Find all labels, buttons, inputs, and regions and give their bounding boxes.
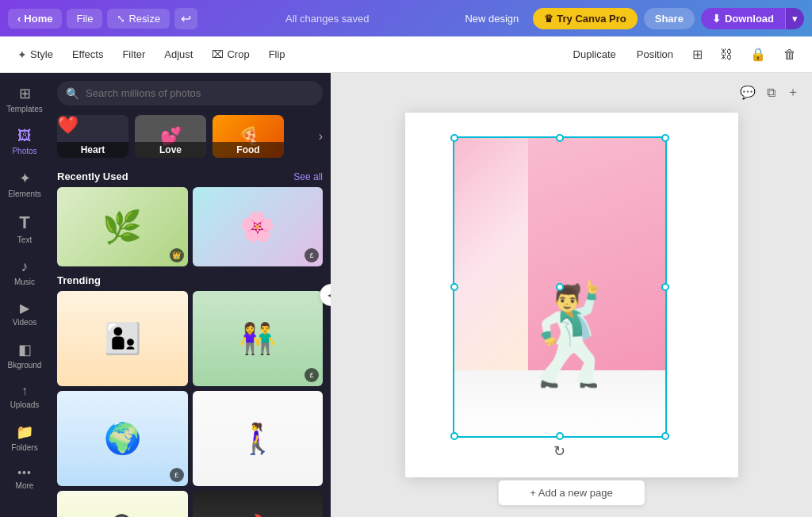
- position-label: Position: [637, 48, 673, 60]
- lock-button[interactable]: 🔒: [744, 42, 772, 67]
- recent-photo-leaf[interactable]: 🌿 👑: [57, 187, 188, 266]
- trending-header: Trending: [57, 274, 323, 286]
- trending-photo-fire[interactable]: 🔥: [193, 491, 324, 517]
- canvas-wrapper: 🕺 ↻: [405, 113, 738, 477]
- trending-photo-woman[interactable]: 🚶‍♀️: [193, 391, 324, 486]
- copy-icon: ⧉: [767, 86, 776, 99]
- top-bar-right: New design ♛ Try Canva Pro Share ⬇ Downl…: [457, 8, 804, 29]
- search-input[interactable]: [57, 81, 323, 105]
- download-more-button[interactable]: ▾: [785, 8, 804, 29]
- category-pill-love[interactable]: 💕 Love: [135, 115, 206, 158]
- sidebar-item-videos[interactable]: ▶ Videos: [0, 294, 49, 333]
- canvas-area: 💬 ⧉ ＋ 🕺: [331, 73, 812, 517]
- link-icon: ⛓: [720, 48, 733, 61]
- canvas-comment-button[interactable]: 💬: [737, 81, 759, 104]
- hide-icon: ◀: [327, 289, 331, 301]
- category-pill-heart[interactable]: ❤️ Heart: [57, 115, 128, 158]
- home-button[interactable]: ‹ Home: [8, 9, 62, 29]
- trending-photo-globe[interactable]: 🌍 £: [57, 391, 188, 486]
- handle-top-right[interactable]: [661, 134, 669, 142]
- category-label: Love: [135, 142, 206, 158]
- file-label: File: [76, 13, 93, 25]
- canvas-copy-button[interactable]: ⧉: [764, 81, 779, 104]
- rotate-icon: ↻: [553, 443, 565, 459]
- handle-inner[interactable]: [556, 283, 564, 291]
- recently-used-header: Recently Used See all: [57, 170, 323, 182]
- sidebar-item-photos[interactable]: 🖼 Photos: [0, 121, 49, 162]
- panel-content: Recently Used See all 🌿 👑 🌸 £ Trending: [49, 163, 331, 517]
- sidebar-item-label: Templates: [6, 105, 43, 113]
- style-button[interactable]: ✦ Style: [10, 44, 61, 66]
- trending-photo-kitchen[interactable]: 🍳: [57, 491, 188, 517]
- globe-image: 🌍: [57, 391, 188, 486]
- resize-button[interactable]: ⤡ Resize: [107, 9, 170, 29]
- delete-button[interactable]: 🗑: [777, 43, 802, 67]
- uploads-icon: ↑: [21, 384, 28, 398]
- handle-mid-right[interactable]: [661, 283, 669, 291]
- style-icon: ✦: [17, 48, 27, 61]
- canvas-add-button[interactable]: ＋: [783, 81, 802, 104]
- flowers-image: 🌸: [193, 187, 324, 266]
- text-icon: T: [19, 213, 29, 233]
- category-pill-food[interactable]: 🍕 Food: [213, 115, 284, 158]
- canvas-top-icons: 💬 ⧉ ＋: [737, 81, 802, 104]
- grid-button[interactable]: ⊞: [686, 42, 709, 67]
- category-scroll-right[interactable]: ›: [319, 129, 323, 144]
- photos-icon: 🖼: [17, 128, 32, 144]
- rotate-handle[interactable]: ↻: [553, 442, 565, 460]
- selected-image-container[interactable]: 🕺 ↻: [453, 136, 667, 438]
- position-button[interactable]: Position: [629, 44, 681, 65]
- recent-photo-flowers[interactable]: 🌸 £: [193, 187, 324, 266]
- download-label: Download: [725, 13, 774, 25]
- sidebar-item-label: Folders: [11, 443, 37, 452]
- sidebar-item-uploads[interactable]: ↑ Uploads: [0, 377, 49, 416]
- sidebar-item-more[interactable]: ••• More: [0, 460, 49, 496]
- effects-label: Effects: [72, 48, 104, 60]
- save-status: All changes saved: [285, 13, 370, 25]
- handle-mid-left[interactable]: [450, 283, 458, 291]
- top-bar-mid: All changes saved: [204, 13, 450, 25]
- flip-button[interactable]: Flip: [261, 44, 293, 65]
- sidebar-item-elements[interactable]: ✦ Elements: [0, 163, 49, 205]
- sidebar-item-text[interactable]: T Text: [0, 206, 49, 251]
- style-label: Style: [30, 48, 53, 60]
- undo-button[interactable]: ↩: [174, 8, 197, 29]
- sidebar-item-templates[interactable]: ⊞ Templates: [0, 79, 49, 120]
- badge-crown: 👑: [170, 248, 184, 262]
- sidebar-item-label: Videos: [13, 318, 36, 327]
- sidebar-item-folders[interactable]: 📁 Folders: [0, 417, 49, 458]
- trending-photo-man-boy[interactable]: 👨‍👦: [57, 291, 188, 386]
- trending-photo-couple[interactable]: 👫 £: [193, 291, 324, 386]
- handle-bottom-left[interactable]: [450, 432, 458, 440]
- add-page-button[interactable]: + Add a new page: [497, 480, 645, 506]
- man-boy-image: 👨‍👦: [57, 291, 188, 386]
- handle-bottom-mid[interactable]: [556, 432, 564, 440]
- crown-icon: ♛: [544, 13, 553, 25]
- handle-top-mid[interactable]: [556, 134, 564, 142]
- duplicate-button[interactable]: Duplicate: [565, 44, 624, 65]
- add-page-label: + Add a new page: [530, 487, 612, 499]
- adjust-button[interactable]: Adjust: [156, 44, 201, 65]
- try-canva-button[interactable]: ♛ Try Canva Pro: [533, 8, 637, 29]
- sidebar-item-music[interactable]: ♪ Music: [0, 252, 49, 293]
- photos-panel: 🔍 ❤️ Heart 💕 Love 🍕 Food › Recently: [49, 73, 331, 517]
- search-wrap: 🔍: [57, 81, 323, 105]
- resize-label: Resize: [128, 13, 160, 25]
- new-design-button[interactable]: New design: [457, 9, 527, 29]
- sidebar-item-label: More: [16, 481, 34, 490]
- download-button[interactable]: ⬇ Download: [701, 8, 785, 29]
- crop-button[interactable]: ⌧ Crop: [204, 44, 257, 65]
- handle-top-left[interactable]: [450, 134, 458, 142]
- videos-icon: ▶: [20, 301, 29, 316]
- effects-button[interactable]: Effects: [64, 44, 112, 65]
- background-icon: ◧: [18, 341, 32, 358]
- sidebar-item-background[interactable]: ◧ Bkground: [0, 335, 49, 376]
- see-all-button[interactable]: See all: [293, 171, 323, 182]
- home-label: Home: [24, 13, 52, 25]
- handle-bottom-right[interactable]: [661, 432, 669, 440]
- link-button[interactable]: ⛓: [714, 43, 739, 67]
- share-button[interactable]: Share: [644, 8, 695, 29]
- couple-image: 👫: [193, 291, 324, 386]
- filter-button[interactable]: Filter: [114, 44, 153, 65]
- file-button[interactable]: File: [67, 9, 102, 29]
